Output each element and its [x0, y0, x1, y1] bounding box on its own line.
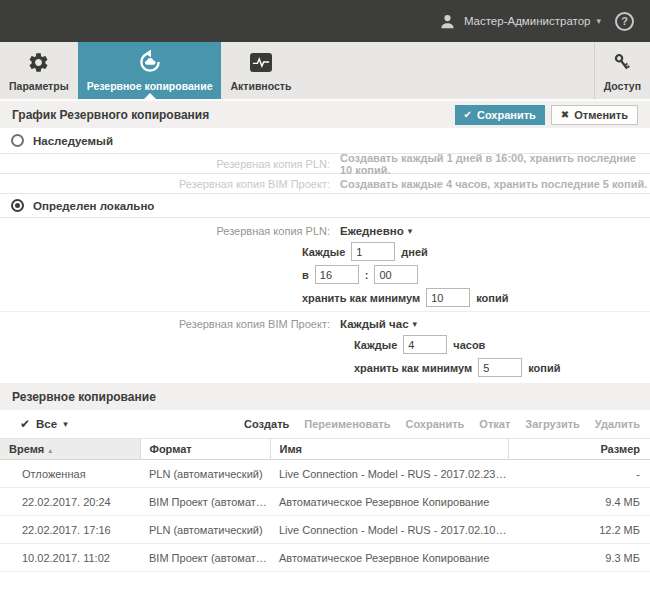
bim-every-label: Каждые	[354, 339, 397, 351]
table-cell: 9.3 МБ	[508, 544, 650, 572]
schedule-section-header: График Резервного копирования ✔ Сохранит…	[0, 101, 650, 128]
pln-time-colon: :	[365, 269, 369, 281]
table-cell: PLN (автоматический)	[140, 516, 270, 544]
tab-label: Доступ	[604, 80, 641, 92]
inherited-pln-label: Резервная копия PLN:	[0, 158, 330, 170]
action-save: Сохранить	[405, 418, 464, 430]
table-row[interactable]: 22.02.2017. 17:16PLN (автоматический)Liv…	[0, 516, 650, 544]
backups-toolbar: ✔ Все ▾ СоздатьПереименоватьСохранитьОтк…	[0, 410, 650, 438]
pln-hour-input[interactable]	[315, 265, 359, 284]
chevron-down-icon[interactable]: ▾	[596, 16, 601, 26]
pln-interval-input[interactable]	[351, 242, 395, 261]
table-row[interactable]: ОтложеннаяPLN (автоматический)Live Conne…	[0, 460, 650, 488]
table-cell: PLN (автоматический)	[140, 460, 270, 488]
table-cell: Live Connection - Model - RUS - 2017.02.…	[270, 516, 508, 544]
local-option[interactable]: Определен локально	[0, 194, 650, 218]
backups-table: Время▴ Формат Имя Размер ОтложеннаяPLN (…	[0, 438, 650, 572]
tab-backup[interactable]: Резервное копирование	[78, 42, 222, 99]
user-icon	[439, 13, 456, 30]
tab-activity[interactable]: Активность	[221, 42, 300, 99]
pln-every-label: Каждые	[302, 246, 345, 258]
action-delete: Удалить	[595, 418, 640, 430]
pln-every-unit: дней	[401, 246, 428, 258]
pln-time-row: в :	[0, 263, 650, 286]
pln-frequency-row: Резервная копия PLN: Ежедневно ▾	[0, 221, 650, 240]
check-icon: ✔	[20, 417, 30, 431]
pln-at-label: в	[302, 269, 309, 281]
pln-keep-unit: копий	[476, 292, 508, 304]
pln-keep-input[interactable]	[426, 288, 470, 307]
radio-local[interactable]	[11, 199, 24, 212]
tab-label: Параметры	[9, 80, 69, 92]
pln-keep-row: хранить как минимум копий	[0, 286, 650, 309]
help-button[interactable]: ?	[615, 12, 634, 31]
pln-keep-label: хранить как минимум	[302, 292, 420, 304]
table-cell: 22.02.2017. 20:24	[0, 488, 140, 516]
radio-inherited[interactable]	[11, 134, 24, 147]
bim-interval-row: Каждые часов	[0, 333, 650, 356]
inherited-option[interactable]: Наследуемый	[0, 128, 650, 154]
user-menu[interactable]: Мастер-Администратор	[464, 15, 591, 27]
table-cell: Отложенная	[0, 460, 140, 488]
check-icon: ✔	[464, 109, 472, 120]
bim-frequency-value: Каждый час	[340, 318, 409, 330]
tab-parameters[interactable]: Параметры	[0, 42, 78, 99]
tabbar-spacer	[300, 42, 593, 99]
inherited-bim-label: Резервная копия BIM Проект:	[0, 178, 330, 190]
column-header-size[interactable]: Размер	[508, 439, 650, 460]
table-cell: Live Connection - Model - RUS - 2017.02.…	[270, 460, 508, 488]
inherited-pln-row: Резервная копия PLN: Создавать каждый 1 …	[0, 154, 650, 174]
filter-dropdown[interactable]: ✔ Все ▾	[20, 417, 68, 431]
key-icon	[611, 48, 633, 76]
table-cell: 9.4 МБ	[508, 488, 650, 516]
cancel-button[interactable]: ✖ Отменить	[551, 105, 638, 125]
bim-keep-row: хранить как минимум копий	[0, 356, 650, 379]
backup-table-body: ОтложеннаяPLN (автоматический)Live Conne…	[0, 460, 650, 572]
activity-icon	[250, 48, 272, 76]
close-icon: ✖	[561, 109, 569, 120]
bim-interval-input[interactable]	[403, 335, 447, 354]
chevron-down-icon: ▾	[413, 319, 418, 329]
column-label: Формат	[150, 443, 192, 455]
pln-minute-input[interactable]	[374, 265, 418, 284]
save-button[interactable]: ✔ Сохранить	[455, 105, 545, 125]
tab-access[interactable]: Доступ	[594, 42, 650, 99]
bim-frequency-dropdown[interactable]: Каждый час ▾	[340, 318, 417, 330]
bim-frequency-row: Резервная копия BIM Проект: Каждый час ▾	[0, 311, 650, 333]
inherited-bim-row: Резервная копия BIM Проект: Создавать ка…	[0, 174, 650, 194]
table-row[interactable]: 22.02.2017. 20:24BIM Проект (автоматиче.…	[0, 488, 650, 516]
backups-section-header: Резервное копирование	[0, 383, 650, 410]
bim-label: Резервная копия BIM Проект:	[0, 318, 330, 330]
cancel-button-label: Отменить	[574, 109, 628, 121]
column-label: Размер	[600, 443, 640, 455]
column-header-format[interactable]: Формат	[140, 439, 270, 460]
tab-label: Резервное копирование	[87, 80, 213, 92]
column-label: Имя	[280, 443, 302, 455]
action-rename: Переименовать	[304, 418, 390, 430]
action-rollback: Откат	[479, 418, 510, 430]
pln-interval-row: Каждые дней	[0, 240, 650, 263]
chevron-down-icon: ▾	[63, 419, 68, 429]
table-cell: -	[508, 460, 650, 488]
bim-keep-input[interactable]	[478, 358, 522, 377]
bim-keep-label: хранить как минимум	[354, 362, 472, 374]
backups-title: Резервное копирование	[12, 390, 156, 404]
action-create[interactable]: Создать	[244, 418, 289, 430]
action-download: Загрузить	[525, 418, 580, 430]
sort-ascending-icon: ▴	[48, 446, 52, 455]
column-label: Время	[9, 443, 44, 455]
filter-label: Все	[36, 418, 57, 430]
table-cell: 12.2 МБ	[508, 516, 650, 544]
pln-label: Резервная копия PLN:	[0, 225, 330, 237]
pln-frequency-dropdown[interactable]: Ежедневно ▾	[340, 225, 412, 237]
column-header-name[interactable]: Имя	[270, 439, 508, 460]
column-header-time[interactable]: Время▴	[0, 439, 140, 460]
table-cell: BIM Проект (автоматиче...	[140, 488, 270, 516]
table-cell: 22.02.2017. 17:16	[0, 516, 140, 544]
bim-keep-unit: копий	[528, 362, 560, 374]
table-row[interactable]: 10.02.2017. 11:02BIM Проект (автоматиче.…	[0, 544, 650, 572]
table-header-row: Время▴ Формат Имя Размер	[0, 439, 650, 460]
inherited-pln-value: Создавать каждый 1 дней в 16:00, хранить…	[340, 152, 650, 176]
gear-icon	[27, 48, 50, 76]
backup-actions: СоздатьПереименоватьСохранитьОткатЗагруз…	[244, 418, 640, 430]
